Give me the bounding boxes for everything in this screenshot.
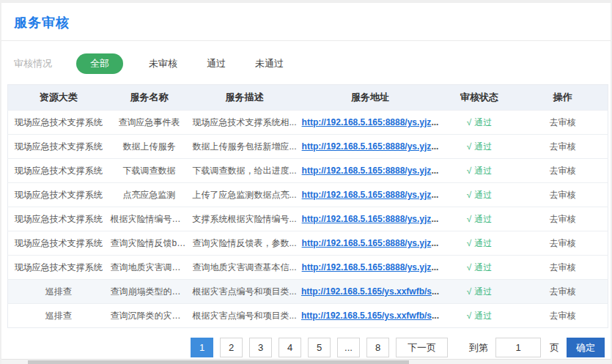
- cell-category: 现场应急技术支撑系统: [8, 159, 109, 183]
- go-audit-link[interactable]: 去审核: [550, 214, 576, 224]
- service-url-link[interactable]: http://192.168.5.165:8888/ys.yjz: [302, 214, 432, 224]
- cell-name: 查询地质灾害调查基...: [109, 256, 190, 280]
- cell-category: 现场应急技术支撑系统: [8, 111, 109, 135]
- url-ellipsis: ...: [431, 214, 438, 224]
- status-label: 通过: [474, 262, 492, 272]
- cell-name: 数据上传服务: [109, 135, 190, 159]
- check-icon: √: [467, 286, 472, 297]
- goto-suffix-label: 页: [550, 341, 559, 354]
- service-table: 资源大类 服务名称 服务描述 服务地址 审核状态 操作 现场应急技术支撑系统 查…: [7, 84, 608, 328]
- cell-name: 根据灾险情编号查询...: [109, 207, 190, 231]
- page-button-8[interactable]: 8: [366, 338, 389, 357]
- cell-status: √通过: [441, 183, 518, 207]
- filter-tab-unaudited[interactable]: 未审核: [147, 53, 179, 74]
- filter-bar: 审核情况 全部 未审核 通过 未通过: [1, 41, 611, 84]
- table-row: 现场应急技术支撑系统 根据灾险情编号查询... 支撑系统根据灾险情编号... h…: [8, 207, 608, 231]
- cell-category: 现场应急技术支撑系统: [8, 183, 109, 207]
- page-button-ellipsis[interactable]: ...: [337, 338, 360, 357]
- service-url-link[interactable]: http://192.168.5.165:8888/ys.yjz: [302, 141, 432, 152]
- cell-description: 数据上传服务包括新增应...: [190, 135, 300, 159]
- table-row: 现场应急技术支撑系统 数据上传服务 数据上传服务包括新增应... http://…: [8, 135, 608, 159]
- table-row: 现场应急技术支撑系统 下载调查数据 下载调查数据，给出进度... http://…: [8, 159, 608, 183]
- status-label: 通过: [474, 141, 492, 152]
- cell-name: 查询灾险情反馈byZ...: [109, 231, 190, 256]
- url-ellipsis: ...: [431, 117, 438, 127]
- cell-category: 现场应急技术支撑系统: [8, 231, 109, 256]
- cell-description: 现场应急技术支撑系统相...: [190, 111, 300, 135]
- table-row: 巡排查 查询沉降类的灾害点... 根据灾害点编号和项目类... http://1…: [8, 304, 608, 328]
- check-icon: √: [467, 262, 472, 272]
- page-header: 服务审核: [1, 3, 611, 40]
- cell-status: √通过: [441, 111, 518, 135]
- go-audit-link[interactable]: 去审核: [550, 117, 576, 127]
- col-header-action: 操作: [518, 85, 608, 111]
- go-audit-link[interactable]: 去审核: [550, 286, 576, 297]
- go-audit-link[interactable]: 去审核: [550, 311, 576, 321]
- confirm-button[interactable]: 确定: [567, 338, 605, 357]
- filter-tab-all[interactable]: 全部: [76, 53, 123, 74]
- service-url-link[interactable]: http://192.168.5.165:8888/ys.yjz: [302, 166, 432, 176]
- url-ellipsis: ...: [431, 262, 438, 272]
- cell-name: 下载调查数据: [109, 159, 190, 183]
- go-audit-link[interactable]: 去审核: [550, 238, 576, 248]
- service-url-link[interactable]: http://192.168.5.165:8888/ys.yjz: [302, 117, 432, 127]
- cell-description: 查询地质灾害调查基本信...: [190, 256, 300, 280]
- col-header-name: 服务名称: [109, 85, 190, 111]
- page-title: 服务审核: [14, 14, 598, 31]
- go-audit-link[interactable]: 去审核: [550, 262, 576, 272]
- table-row: 现场应急技术支撑系统 查询应急事件表 现场应急技术支撑系统相... http:/…: [8, 111, 608, 135]
- cell-status: √通过: [441, 256, 518, 280]
- check-icon: √: [467, 117, 472, 127]
- go-audit-link[interactable]: 去审核: [550, 190, 576, 200]
- cell-description: 上传了应急监测数据点亮...: [190, 183, 300, 207]
- cell-category: 巡排查: [8, 304, 109, 328]
- status-label: 通过: [474, 190, 492, 200]
- table-header-row: 资源大类 服务名称 服务描述 服务地址 审核状态 操作: [8, 85, 608, 111]
- go-audit-link[interactable]: 去审核: [550, 141, 576, 152]
- check-icon: √: [467, 238, 472, 248]
- scrollbar-thumb[interactable]: [28, 360, 409, 364]
- url-ellipsis: ...: [431, 166, 438, 176]
- service-url-link[interactable]: http://192.168.5.165:8888/ys.yjz: [302, 262, 432, 272]
- cell-name: 查询应急事件表: [109, 111, 190, 135]
- url-ellipsis: ...: [431, 190, 438, 200]
- table-row: 巡排查 查询崩塌类型的灾害... 根据灾害点编号和项目类... http://1…: [8, 280, 608, 304]
- status-label: 通过: [474, 311, 492, 321]
- horizontal-scrollbar[interactable]: [1, 359, 611, 364]
- check-icon: √: [467, 166, 472, 176]
- page-button-5[interactable]: 5: [308, 338, 331, 357]
- status-label: 通过: [474, 214, 492, 224]
- status-label: 通过: [474, 117, 492, 127]
- go-audit-link[interactable]: 去审核: [550, 166, 576, 176]
- url-ellipsis: ...: [432, 311, 439, 321]
- page-button-4[interactable]: 4: [279, 338, 301, 357]
- cell-description: 查询灾险情反馈表，参数...: [190, 231, 300, 256]
- table-row: 现场应急技术支撑系统 查询地质灾害调查基... 查询地质灾害调查基本信... h…: [8, 256, 608, 280]
- col-header-status: 审核状态: [441, 85, 518, 111]
- status-label: 通过: [474, 286, 492, 297]
- filter-tab-failed[interactable]: 未通过: [254, 53, 285, 74]
- check-icon: √: [467, 190, 472, 200]
- page-button-1[interactable]: 1: [191, 338, 213, 357]
- page-button-2[interactable]: 2: [220, 338, 243, 357]
- cell-status: √通过: [441, 135, 518, 159]
- cell-name: 查询崩塌类型的灾害...: [109, 280, 190, 304]
- service-url-link[interactable]: http://192.168.5.165:8888/ys.yjz: [302, 190, 432, 200]
- cell-description: 根据灾害点编号和项目类...: [190, 280, 300, 304]
- filter-tab-passed[interactable]: 通过: [205, 53, 227, 74]
- filter-label: 审核情况: [14, 57, 52, 70]
- col-header-url: 服务地址: [300, 85, 441, 111]
- cell-description: 下载调查数据，给出进度...: [190, 159, 300, 183]
- check-icon: √: [467, 311, 472, 321]
- cell-status: √通过: [441, 159, 518, 183]
- page-button-3[interactable]: 3: [249, 338, 272, 357]
- service-url-link[interactable]: http://192.168.5.165:8888/ys.yjz: [302, 238, 432, 248]
- col-header-category: 资源大类: [8, 85, 109, 111]
- service-url-link[interactable]: http://192.168.5.165/ys.xxfwfb/s: [301, 311, 432, 321]
- content-card: 服务审核 审核情况 全部 未审核 通过 未通过 资源大类 服务名称 服务描述 服…: [1, 3, 611, 364]
- next-page-button[interactable]: 下一页: [396, 338, 448, 357]
- service-url-link[interactable]: http://192.168.5.165/ys.xxfwfb/s: [301, 286, 432, 297]
- goto-page-input[interactable]: [495, 338, 541, 357]
- status-label: 通过: [474, 166, 492, 176]
- goto-prefix-label: 到第: [469, 341, 488, 354]
